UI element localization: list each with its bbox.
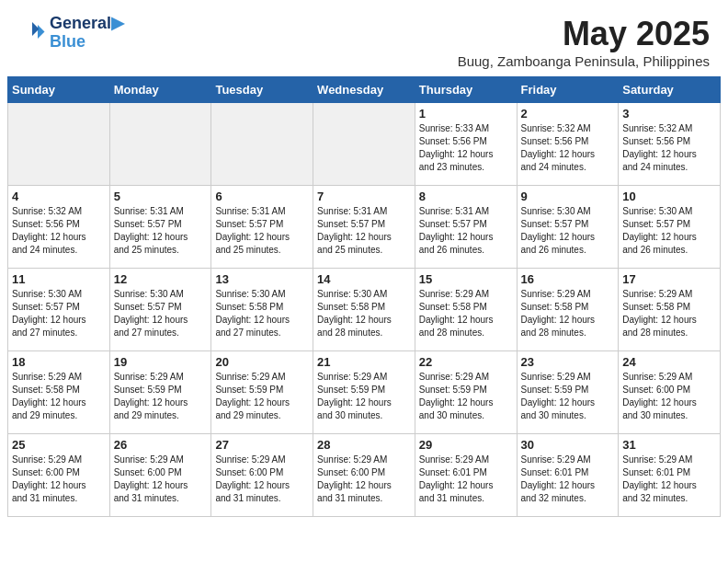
day-number: 31: [622, 438, 716, 452]
day-info: Sunrise: 5:29 AM Sunset: 6:01 PM Dayligh…: [622, 454, 716, 505]
title-area: May 2025 Buug, Zamboanga Peninsula, Phil…: [458, 15, 710, 69]
logo: General▶ Blue: [18, 15, 124, 52]
day-cell: 5Sunrise: 5:31 AM Sunset: 5:57 PM Daylig…: [109, 186, 211, 269]
page-header: General▶ Blue May 2025 Buug, Zamboanga P…: [0, 0, 728, 76]
day-cell: [211, 103, 313, 186]
day-info: Sunrise: 5:29 AM Sunset: 5:59 PM Dayligh…: [521, 371, 615, 422]
day-cell: 10Sunrise: 5:30 AM Sunset: 5:57 PM Dayli…: [619, 186, 721, 269]
day-info: Sunrise: 5:31 AM Sunset: 5:57 PM Dayligh…: [215, 205, 309, 257]
day-info: Sunrise: 5:29 AM Sunset: 5:58 PM Dayligh…: [521, 288, 615, 339]
day-info: Sunrise: 5:30 AM Sunset: 5:57 PM Dayligh…: [521, 205, 615, 257]
col-monday: Monday: [109, 77, 211, 103]
day-info: Sunrise: 5:29 AM Sunset: 6:00 PM Dayligh…: [12, 454, 106, 505]
day-cell: 20Sunrise: 5:29 AM Sunset: 5:59 PM Dayli…: [211, 351, 313, 434]
day-number: 26: [114, 438, 208, 452]
day-cell: 6Sunrise: 5:31 AM Sunset: 5:57 PM Daylig…: [211, 186, 313, 269]
week-row-3: 11Sunrise: 5:30 AM Sunset: 5:57 PM Dayli…: [8, 269, 721, 351]
day-number: 6: [215, 190, 309, 203]
day-number: 12: [114, 272, 208, 286]
day-cell: 31Sunrise: 5:29 AM Sunset: 6:01 PM Dayli…: [619, 434, 721, 517]
day-cell: 14Sunrise: 5:30 AM Sunset: 5:58 PM Dayli…: [313, 269, 415, 351]
day-info: Sunrise: 5:30 AM Sunset: 5:57 PM Dayligh…: [12, 288, 106, 339]
day-number: 10: [622, 190, 716, 203]
day-cell: 30Sunrise: 5:29 AM Sunset: 6:01 PM Dayli…: [517, 434, 619, 517]
day-info: Sunrise: 5:30 AM Sunset: 5:58 PM Dayligh…: [317, 288, 411, 339]
day-info: Sunrise: 5:29 AM Sunset: 6:00 PM Dayligh…: [622, 371, 716, 422]
day-number: 23: [521, 355, 615, 369]
day-info: Sunrise: 5:29 AM Sunset: 6:01 PM Dayligh…: [419, 454, 513, 505]
day-number: 11: [12, 272, 106, 286]
day-number: 16: [521, 272, 615, 286]
day-cell: 21Sunrise: 5:29 AM Sunset: 5:59 PM Dayli…: [313, 351, 415, 434]
day-number: 24: [622, 355, 716, 369]
location: Buug, Zamboanga Peninsula, Philippines: [458, 53, 710, 69]
day-number: 7: [317, 190, 411, 203]
day-cell: 29Sunrise: 5:29 AM Sunset: 6:01 PM Dayli…: [415, 434, 517, 517]
day-number: 3: [622, 107, 716, 121]
day-info: Sunrise: 5:29 AM Sunset: 6:00 PM Dayligh…: [215, 454, 309, 505]
day-cell: 7Sunrise: 5:31 AM Sunset: 5:57 PM Daylig…: [313, 186, 415, 269]
week-row-5: 25Sunrise: 5:29 AM Sunset: 6:00 PM Dayli…: [8, 434, 721, 517]
day-info: Sunrise: 5:30 AM Sunset: 5:57 PM Dayligh…: [114, 288, 208, 339]
day-number: 5: [114, 190, 208, 203]
day-number: 19: [114, 355, 208, 369]
day-number: 13: [215, 272, 309, 286]
day-info: Sunrise: 5:29 AM Sunset: 6:00 PM Dayligh…: [114, 454, 208, 505]
day-info: Sunrise: 5:29 AM Sunset: 6:00 PM Dayligh…: [317, 454, 411, 505]
day-cell: [109, 103, 211, 186]
day-number: 4: [12, 190, 106, 203]
day-cell: [313, 103, 415, 186]
day-cell: 28Sunrise: 5:29 AM Sunset: 6:00 PM Dayli…: [313, 434, 415, 517]
col-sunday: Sunday: [8, 77, 110, 103]
day-number: 22: [419, 355, 513, 369]
day-info: Sunrise: 5:31 AM Sunset: 5:57 PM Dayligh…: [317, 205, 411, 257]
day-cell: 18Sunrise: 5:29 AM Sunset: 5:58 PM Dayli…: [8, 351, 110, 434]
day-number: 29: [419, 438, 513, 452]
day-cell: 12Sunrise: 5:30 AM Sunset: 5:57 PM Dayli…: [109, 269, 211, 351]
day-number: 8: [419, 190, 513, 203]
day-number: 20: [215, 355, 309, 369]
day-number: 21: [317, 355, 411, 369]
day-info: Sunrise: 5:29 AM Sunset: 5:58 PM Dayligh…: [12, 371, 106, 422]
day-info: Sunrise: 5:29 AM Sunset: 5:59 PM Dayligh…: [419, 371, 513, 422]
day-cell: 11Sunrise: 5:30 AM Sunset: 5:57 PM Dayli…: [8, 269, 110, 351]
day-cell: 2Sunrise: 5:32 AM Sunset: 5:56 PM Daylig…: [517, 103, 619, 186]
day-number: 28: [317, 438, 411, 452]
day-number: 2: [521, 107, 615, 121]
day-number: 18: [12, 355, 106, 369]
day-cell: 16Sunrise: 5:29 AM Sunset: 5:58 PM Dayli…: [517, 269, 619, 351]
logo-icon: [18, 19, 46, 47]
day-cell: 19Sunrise: 5:29 AM Sunset: 5:59 PM Dayli…: [109, 351, 211, 434]
calendar-wrapper: Sunday Monday Tuesday Wednesday Thursday…: [0, 76, 728, 524]
day-cell: 25Sunrise: 5:29 AM Sunset: 6:00 PM Dayli…: [8, 434, 110, 517]
day-info: Sunrise: 5:29 AM Sunset: 6:01 PM Dayligh…: [521, 454, 615, 505]
day-number: 30: [521, 438, 615, 452]
day-cell: 27Sunrise: 5:29 AM Sunset: 6:00 PM Dayli…: [211, 434, 313, 517]
day-cell: 13Sunrise: 5:30 AM Sunset: 5:58 PM Dayli…: [211, 269, 313, 351]
col-tuesday: Tuesday: [211, 77, 313, 103]
day-cell: [8, 103, 110, 186]
day-info: Sunrise: 5:31 AM Sunset: 5:57 PM Dayligh…: [114, 205, 208, 257]
day-cell: 15Sunrise: 5:29 AM Sunset: 5:58 PM Dayli…: [415, 269, 517, 351]
day-cell: 4Sunrise: 5:32 AM Sunset: 5:56 PM Daylig…: [8, 186, 110, 269]
day-cell: 24Sunrise: 5:29 AM Sunset: 6:00 PM Dayli…: [619, 351, 721, 434]
day-number: 15: [419, 272, 513, 286]
day-info: Sunrise: 5:30 AM Sunset: 5:58 PM Dayligh…: [215, 288, 309, 339]
col-wednesday: Wednesday: [313, 77, 415, 103]
calendar-body: 1Sunrise: 5:33 AM Sunset: 5:56 PM Daylig…: [8, 103, 721, 517]
day-cell: 1Sunrise: 5:33 AM Sunset: 5:56 PM Daylig…: [415, 103, 517, 186]
header-row: Sunday Monday Tuesday Wednesday Thursday…: [8, 77, 721, 103]
day-cell: 9Sunrise: 5:30 AM Sunset: 5:57 PM Daylig…: [517, 186, 619, 269]
day-cell: 26Sunrise: 5:29 AM Sunset: 6:00 PM Dayli…: [109, 434, 211, 517]
calendar-header: Sunday Monday Tuesday Wednesday Thursday…: [8, 77, 721, 103]
day-info: Sunrise: 5:29 AM Sunset: 5:59 PM Dayligh…: [317, 371, 411, 422]
day-info: Sunrise: 5:29 AM Sunset: 5:58 PM Dayligh…: [419, 288, 513, 339]
day-cell: 8Sunrise: 5:31 AM Sunset: 5:57 PM Daylig…: [415, 186, 517, 269]
day-number: 17: [622, 272, 716, 286]
col-friday: Friday: [517, 77, 619, 103]
day-cell: 23Sunrise: 5:29 AM Sunset: 5:59 PM Dayli…: [517, 351, 619, 434]
week-row-4: 18Sunrise: 5:29 AM Sunset: 5:58 PM Dayli…: [8, 351, 721, 434]
day-number: 9: [521, 190, 615, 203]
day-info: Sunrise: 5:33 AM Sunset: 5:56 PM Dayligh…: [419, 122, 513, 174]
day-cell: 22Sunrise: 5:29 AM Sunset: 5:59 PM Dayli…: [415, 351, 517, 434]
